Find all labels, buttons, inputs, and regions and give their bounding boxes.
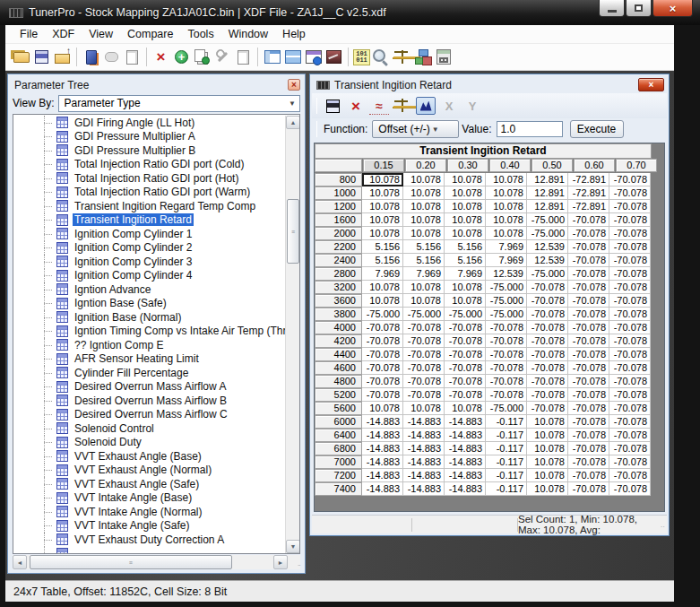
table-cell[interactable]: -70.078 (486, 334, 527, 348)
table-cell[interactable]: -70.078 (527, 361, 568, 375)
table-cell[interactable]: -70.078 (486, 361, 527, 375)
table-cell[interactable]: -14.883 (445, 455, 486, 469)
table-cell[interactable]: -70.078 (609, 240, 651, 254)
table-cell[interactable]: 10.078 (445, 213, 486, 227)
table-cell[interactable]: -70.078 (527, 375, 568, 388)
table-cell[interactable]: -14.883 (403, 455, 445, 469)
table-cell[interactable]: -70.078 (362, 388, 403, 402)
parameter-tree-header[interactable]: Parameter Tree × (10, 76, 303, 93)
table-cell[interactable]: -14.883 (445, 469, 486, 482)
tree-hscroll-track[interactable]: ≡ (27, 555, 273, 569)
table-cell[interactable]: -70.078 (568, 415, 609, 429)
tree-item[interactable]: VVT Exhaust Angle (Normal) (13, 464, 285, 478)
table-cell[interactable]: -70.078 (527, 321, 568, 334)
table-cell[interactable]: -70.078 (568, 267, 609, 281)
row-header[interactable]: 3200 (315, 281, 362, 294)
close-button[interactable]: × (652, 0, 693, 17)
value-input[interactable] (497, 121, 563, 137)
table-cell[interactable]: -70.078 (609, 294, 651, 308)
tree-item[interactable]: GDI Firing Angle (LL Hot) (13, 116, 285, 130)
new-item-doc-icon[interactable] (234, 48, 253, 66)
tree-item[interactable]: Desired Overrun Mass Airflow C (13, 408, 285, 422)
table-cell[interactable]: -70.078 (568, 429, 609, 442)
table-cell[interactable]: 7.969 (486, 240, 527, 254)
table-cell[interactable]: -0.117 (486, 415, 527, 429)
table-cell[interactable]: 12.539 (486, 267, 527, 281)
split-view-icon[interactable] (283, 48, 302, 66)
table-cell[interactable]: -70.078 (403, 388, 445, 402)
tree-item[interactable]: Ignition Comp Cylinder 3 (13, 255, 285, 269)
table-cell[interactable]: 7.969 (445, 267, 486, 281)
table-cell[interactable]: 10.078 (362, 281, 403, 294)
table-cell[interactable]: -70.078 (445, 361, 486, 375)
tree-item[interactable]: Total Injection Ratio GDI port (Cold) (13, 158, 285, 172)
function-select[interactable]: Offset (+/-) ▼ (372, 120, 459, 138)
table-cell[interactable]: -70.078 (609, 200, 651, 213)
menu-xdf[interactable]: XDF (45, 26, 82, 42)
table-cell[interactable]: 10.078 (403, 200, 445, 213)
table-cell[interactable]: -70.078 (609, 308, 651, 321)
compare-scales-icon[interactable] (393, 48, 411, 66)
table-cell[interactable]: 10.078 (362, 200, 403, 213)
row-header[interactable]: 4400 (315, 348, 362, 361)
tree-item-partial[interactable] (13, 547, 285, 554)
table-cell[interactable]: -14.883 (445, 482, 486, 496)
table-cell[interactable]: -70.078 (609, 348, 651, 361)
table-cell[interactable]: 10.078 (362, 213, 403, 227)
delete-icon[interactable]: × (346, 97, 366, 115)
tree-item[interactable]: AFR Sensor Heating Limit (13, 352, 285, 367)
table-cell[interactable]: -75.000 (527, 213, 568, 227)
scroll-left-icon[interactable]: ◄ (13, 555, 27, 569)
tree-item[interactable]: VVT Exhaust Angle (Safe) (13, 477, 285, 491)
row-header[interactable]: 1000 (315, 186, 362, 200)
table-cell[interactable]: -14.883 (403, 469, 445, 482)
table-cell[interactable]: 10.078 (445, 281, 486, 294)
table-cell[interactable]: -14.883 (362, 429, 403, 442)
row-header[interactable]: 5200 (315, 388, 362, 402)
table-cell[interactable]: 10.078 (445, 294, 486, 308)
table-cell[interactable]: -75.000 (403, 308, 445, 321)
row-header[interactable]: 4000 (315, 321, 362, 334)
table-cell[interactable]: -72.891 (568, 173, 609, 186)
table-cell[interactable]: 10.078 (527, 469, 568, 482)
tree-item[interactable]: ?? Igntion Comp E (13, 338, 285, 352)
tree-item[interactable]: Desired Overrun Mass Airflow A (13, 380, 285, 395)
y-axis-icon[interactable]: Y (462, 97, 482, 115)
column-header[interactable]: 0.20 (405, 159, 446, 172)
table-cell[interactable]: -70.078 (445, 348, 486, 361)
save-file-icon[interactable] (32, 48, 51, 66)
table-cell[interactable]: -70.078 (568, 321, 609, 334)
table-cell[interactable]: -70.078 (609, 281, 651, 294)
row-header[interactable]: 2400 (315, 254, 362, 267)
table-cell[interactable]: 10.078 (362, 294, 403, 308)
compare-scales-icon[interactable] (393, 97, 412, 115)
parameter-tree-close-button[interactable]: × (288, 79, 300, 91)
view-by-select[interactable]: Parameter Type ▼ (58, 95, 300, 112)
table-cell[interactable]: 12.891 (527, 200, 568, 213)
tree-item[interactable]: Ignition Comp Cylinder 4 (13, 269, 285, 283)
table-cell[interactable]: -75.000 (486, 402, 527, 415)
titlebar[interactable]: TunerPro - Stock Mapping ZA1JA01C.bin | … (0, 0, 700, 25)
table-cell[interactable]: -70.078 (486, 388, 527, 402)
chart-view-icon[interactable] (324, 48, 343, 66)
table-cell[interactable]: 10.078 (486, 173, 527, 186)
table-cell[interactable]: 10.078 (527, 455, 568, 469)
row-header[interactable]: 7400 (315, 482, 362, 496)
table-cell[interactable]: 7.969 (486, 254, 527, 267)
scroll-up-icon[interactable]: ▲ (286, 116, 300, 129)
table-cell[interactable]: -70.078 (527, 294, 568, 308)
table-cell[interactable]: 10.078 (486, 213, 527, 227)
table-cell[interactable]: -70.078 (445, 321, 486, 334)
scroll-right-icon[interactable]: ► (273, 555, 288, 569)
open-file-icon[interactable] (12, 48, 30, 66)
table-cell[interactable]: -70.078 (568, 294, 609, 308)
row-header[interactable]: 4800 (315, 375, 362, 388)
row-header[interactable]: 3800 (315, 308, 362, 321)
table-cell[interactable]: 10.078 (362, 186, 403, 200)
table-cell[interactable]: 10.078 (403, 173, 445, 186)
row-header[interactable]: 4200 (315, 334, 362, 348)
menu-window[interactable]: Window (221, 26, 275, 42)
table-cell[interactable]: -70.078 (445, 375, 486, 388)
table-cell[interactable]: -70.078 (403, 375, 445, 388)
window-info-icon[interactable] (304, 48, 323, 66)
